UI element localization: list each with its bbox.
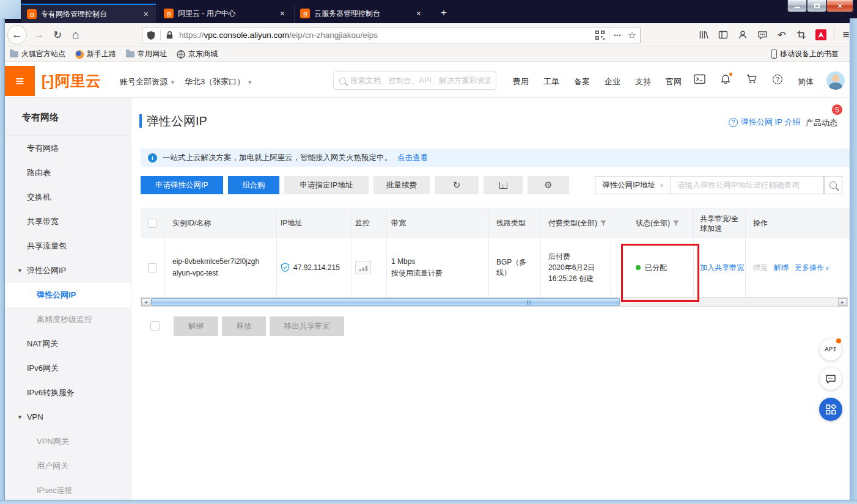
sidebar-group-vpn[interactable]: ▼VPN bbox=[5, 405, 131, 429]
tracking-protection-icon[interactable] bbox=[146, 31, 156, 40]
sidebar-item-vpc[interactable]: 专有网络 bbox=[5, 136, 131, 161]
scroll-right-button[interactable]: ► bbox=[838, 298, 847, 306]
banner-link[interactable]: 点击查看 bbox=[397, 153, 428, 163]
menu-support[interactable]: 支持 bbox=[635, 76, 651, 87]
api-float-button[interactable]: API bbox=[820, 338, 842, 360]
tab-close-icon[interactable]: × bbox=[414, 9, 423, 18]
batch-checkbox[interactable] bbox=[150, 321, 160, 331]
account-scope-dropdown[interactable]: 账号全部资源▼ bbox=[120, 76, 175, 87]
console-search-box[interactable] bbox=[333, 71, 496, 90]
refresh-button[interactable]: ↻ bbox=[435, 176, 479, 194]
browser-tab[interactable]: [-] 云服务器管理控制台 × bbox=[294, 4, 428, 23]
console-search-input[interactable] bbox=[350, 76, 490, 85]
back-button[interactable]: ← bbox=[7, 25, 27, 45]
forward-button[interactable]: → bbox=[31, 23, 48, 46]
combo-buy-button[interactable]: 组合购 bbox=[228, 176, 279, 194]
minimize-button[interactable] bbox=[787, 0, 807, 12]
filter-icon[interactable] bbox=[673, 221, 679, 227]
unbind-link[interactable]: 解绑 bbox=[774, 263, 789, 273]
batch-release-button[interactable]: 释放 bbox=[222, 316, 266, 336]
page-actions-icon[interactable]: ••• bbox=[614, 32, 621, 38]
console-menu-button[interactable]: ≡ bbox=[5, 66, 35, 96]
apps-float-button[interactable] bbox=[819, 398, 842, 421]
bind-link[interactable]: 绑定 bbox=[753, 263, 768, 273]
batch-unbind-button[interactable]: 解绑 bbox=[174, 316, 218, 336]
bookmark-folder[interactable]: 常用网址 bbox=[121, 48, 172, 61]
account-icon[interactable] bbox=[734, 23, 752, 46]
library-icon[interactable] bbox=[694, 23, 713, 46]
sidebar-item-customer-gateway[interactable]: 用户网关 bbox=[5, 454, 131, 478]
new-tab-button[interactable]: + bbox=[435, 5, 452, 21]
cart-icon[interactable] bbox=[746, 74, 757, 87]
more-actions-link[interactable]: 更多操作∨ bbox=[795, 263, 829, 273]
eip-intro-link[interactable]: ? 弹性公网 IP 介绍 bbox=[729, 117, 800, 128]
qr-code-icon[interactable] bbox=[595, 31, 605, 40]
lock-icon[interactable] bbox=[165, 31, 174, 40]
horizontal-scrollbar[interactable]: ◄ ► bbox=[141, 298, 848, 307]
sidebar-item-shared-bandwidth[interactable]: 共享带宽 bbox=[5, 210, 131, 234]
sidebar-item-ipsec[interactable]: IPsec连接 bbox=[5, 478, 131, 503]
product-news-link[interactable]: 产品动态 bbox=[806, 117, 837, 128]
bookmark-item[interactable]: 京东商城 bbox=[172, 48, 223, 61]
eip-search-input[interactable] bbox=[671, 176, 824, 194]
screenshot-icon[interactable] bbox=[792, 23, 811, 46]
sidebar-item-data-plan[interactable]: 共享流量包 bbox=[5, 234, 131, 258]
monitor-chart-icon[interactable] bbox=[355, 261, 371, 274]
sidebar-item-ipv6-translation[interactable]: IPv6转换服务 bbox=[5, 381, 131, 405]
sidebar-group-eip[interactable]: ▼弹性公网IP bbox=[5, 258, 131, 283]
batch-remove-shared-button[interactable]: 移出共享带宽 bbox=[270, 316, 344, 336]
avatar[interactable] bbox=[826, 71, 845, 90]
question-circle-icon: ? bbox=[729, 118, 738, 127]
sidebar-item-nat-gateway[interactable]: NAT网关 bbox=[5, 332, 131, 356]
sidebar-item-eip[interactable]: 弹性公网IP bbox=[5, 283, 131, 307]
browser-tab-active[interactable]: [-] 专有网络管理控制台 × bbox=[21, 4, 156, 23]
browser-tab[interactable]: [-] 阿里云 - 用户中心 × bbox=[158, 4, 292, 23]
feedback-float-button[interactable] bbox=[820, 368, 842, 390]
scrollbar-thumb[interactable] bbox=[151, 298, 620, 306]
sidebar-item-vswitch[interactable]: 交换机 bbox=[5, 185, 131, 210]
menu-official-site[interactable]: 官网 bbox=[666, 76, 682, 87]
select-all-checkbox[interactable] bbox=[148, 219, 157, 228]
help-icon[interactable]: ? bbox=[773, 75, 782, 84]
reload-button[interactable]: ↻ bbox=[49, 23, 66, 46]
notifications-bell-icon[interactable] bbox=[720, 74, 731, 87]
aliyun-logo[interactable]: [-] 阿里云 bbox=[42, 71, 101, 91]
maximize-button[interactable] bbox=[807, 0, 826, 12]
sidebar-item-route-table[interactable]: 路由表 bbox=[5, 161, 131, 185]
menu-billing[interactable]: 费用 bbox=[513, 76, 529, 87]
chat-bubble-icon[interactable] bbox=[753, 23, 771, 46]
batch-renew-button[interactable]: 批量续费 bbox=[373, 176, 430, 194]
menu-tickets[interactable]: 工单 bbox=[543, 76, 559, 87]
sidebar-item-vpn-gateway[interactable]: VPN网关 bbox=[5, 429, 131, 454]
menu-enterprise[interactable]: 企业 bbox=[605, 76, 620, 87]
sidebar-item-fine-monitor[interactable]: 高精度秒级监控 bbox=[5, 307, 131, 332]
filter-field-select[interactable]: 弹性公网IP地址∨ bbox=[595, 176, 671, 194]
join-shared-bandwidth-link[interactable]: 加入共享带宽 bbox=[700, 263, 744, 273]
apply-specified-ip-button[interactable]: 申请指定IP地址 bbox=[284, 176, 369, 194]
apply-eip-button[interactable]: 申请弹性公网IP bbox=[141, 176, 223, 194]
export-button[interactable] bbox=[484, 176, 523, 194]
url-bar[interactable]: https://vpc.console.aliyun.com/eip/cn-zh… bbox=[142, 27, 641, 43]
bookmark-folder[interactable]: 火狐官方站点 bbox=[5, 48, 70, 61]
extension-icon[interactable] bbox=[812, 23, 830, 46]
tab-close-icon[interactable]: × bbox=[142, 9, 150, 19]
home-button[interactable]: ⌂ bbox=[67, 23, 84, 46]
close-button[interactable]: × bbox=[826, 0, 853, 12]
instance-id-name[interactable]: eip-8vbekmlce5er7i2l0jzghalyun-vpc-test bbox=[165, 238, 277, 297]
search-button[interactable] bbox=[824, 176, 842, 194]
sidebars-icon[interactable] bbox=[714, 23, 732, 46]
settings-button[interactable]: ⚙ bbox=[528, 176, 569, 194]
tab-close-icon[interactable]: × bbox=[278, 9, 287, 18]
undo-icon[interactable]: ↶ bbox=[773, 23, 791, 46]
bookmark-mobile[interactable]: 移动设备上的书签 bbox=[767, 48, 844, 61]
filter-icon[interactable] bbox=[600, 221, 606, 227]
sidebar-item-ipv6-gateway[interactable]: IPv6网关 bbox=[5, 356, 131, 381]
language-switch[interactable]: 简体 bbox=[798, 76, 814, 87]
menu-icp[interactable]: 备案 bbox=[574, 76, 590, 87]
bookmark-star-icon[interactable]: ☆ bbox=[628, 29, 636, 41]
row-checkbox[interactable] bbox=[148, 263, 157, 272]
scroll-left-button[interactable]: ◄ bbox=[141, 298, 150, 306]
bookmark-item[interactable]: 新手上路 bbox=[70, 48, 121, 61]
region-selector[interactable]: 华北3（张家口）▼ bbox=[185, 76, 252, 87]
cloudshell-icon[interactable] bbox=[694, 74, 705, 87]
